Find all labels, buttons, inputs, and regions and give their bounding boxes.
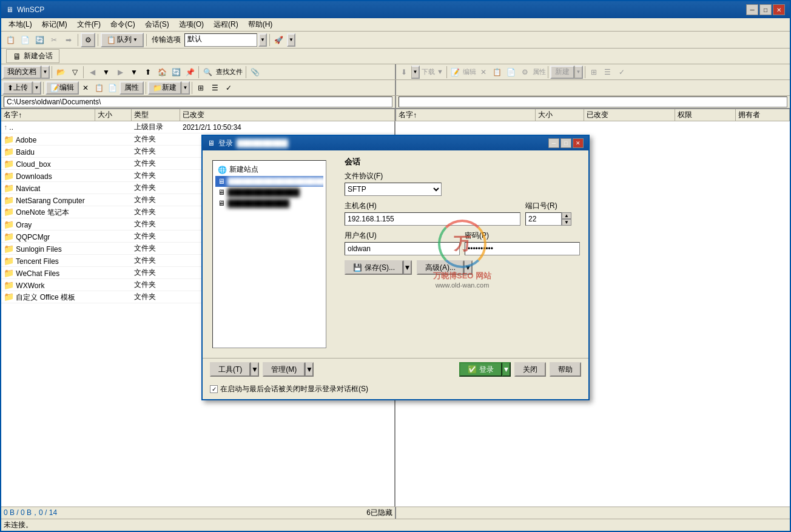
upload-dropdown[interactable]: ▼ [33,81,41,95]
port-input[interactable] [525,212,562,226]
new-session-icon: 🖥 [13,52,21,61]
left-path-input[interactable] [4,96,392,107]
right-col-date[interactable]: 已改变 [584,109,675,121]
tools-dropdown-btn[interactable]: ▼ [251,362,259,377]
dialog-close-btn[interactable]: ✕ [573,138,584,148]
edit-btn[interactable]: 📝编辑 [45,81,79,95]
session-name-2: ██████████████ [227,188,300,197]
session-section-label: 会话 [345,157,580,167]
left-parent-btn[interactable]: ⬆ [141,66,155,79]
minimize-button[interactable]: ─ [746,4,758,15]
login-button[interactable]: ✅ 登录 [459,362,502,377]
menu-command[interactable]: 命令(C) [106,18,140,31]
file-protocol-select[interactable]: SFTP [345,183,442,196]
save-dropdown-btn[interactable]: ▼ [403,260,412,275]
edit-close-btn[interactable]: ✕ [79,81,92,95]
table-row[interactable]: ↑ .. 上级目录 2021/2/1 10:50:34 [1,121,394,133]
transfer-dropdown-btn[interactable]: ▼ [258,33,267,47]
login-dropdown-btn[interactable]: ▼ [502,362,511,377]
rocket-dropdown-btn[interactable]: ▼ [287,33,295,47]
new-dropdown[interactable]: ▼ [181,81,190,95]
left-path-arrow[interactable]: ▼ [41,66,50,79]
new-btn[interactable]: 📁新建 [148,81,181,95]
left-fwd2-dropdown[interactable]: ▼ [127,66,141,79]
left-filter-btn[interactable]: ▽ [68,66,81,79]
left-find-btn[interactable]: 🔍 [201,66,214,79]
right-col-owner[interactable]: 拥有者 [736,109,790,121]
left-toggle-btn3[interactable]: ✓ [222,81,235,95]
menu-mark[interactable]: 标记(M) [37,18,72,31]
properties-btn[interactable]: 属性 [119,81,144,95]
username-col: 用户名(U) [345,231,460,255]
startup-checkbox-label: 在启动与最后会话被关闭时显示登录对话框(S) [220,384,368,394]
left-refresh-btn[interactable]: 🔄 [169,66,183,79]
help-button[interactable]: 帮助 [550,362,581,377]
maximize-button[interactable]: □ [759,4,772,15]
save-icon: 💾 [353,263,362,272]
transfer-options-select[interactable]: 默认 [184,33,257,47]
rocket-icon-btn[interactable]: 🚀 [272,33,286,47]
left-add-bookmark[interactable]: 📌 [183,66,197,79]
settings-button[interactable]: ⚙ [81,33,95,47]
toolbar-copy-btn[interactable]: 📋 [4,33,17,47]
toolbar-paste-btn[interactable]: 📄 [18,33,32,47]
new-session-label: 新建会话 [24,51,53,61]
edit-copy-btn[interactable]: 📋 [92,81,106,95]
right-path-input[interactable] [399,96,787,107]
left-root-btn[interactable]: 🏠 [155,66,169,79]
dialog-minimize-btn[interactable]: ─ [548,138,559,148]
left-col-type[interactable]: 类型 [132,109,180,121]
save-advanced-row: 💾 保存(S)... ▼ 高级(A)... ▼ [345,260,580,275]
port-up-btn[interactable]: ▲ [562,212,571,219]
menu-help[interactable]: 帮助(H) [243,18,278,31]
advanced-btn-group: 高级(A)... ▼ [417,260,473,275]
port-down-btn[interactable]: ▼ [562,219,571,226]
right-col-size[interactable]: 大小 [536,109,584,121]
dialog-maximize-btn[interactable]: □ [560,138,571,148]
left-path-dropdown[interactable]: 我的文档 [2,66,41,79]
left-toggle-btn2[interactable]: ☰ [208,81,221,95]
left-panel-toolbar: 我的文档 ▼ 📂 ▽ ◀ ▼ ▶ ▼ ⬆ 🏠 🔄 📌 🔍 查找文件 📎 [1,64,396,79]
menu-options[interactable]: 选项(O) [174,18,209,31]
manage-dropdown-btn[interactable]: ▼ [305,362,314,377]
close-button[interactable]: ✕ [773,4,785,15]
port-col: 端口号(R) ▲ ▼ [525,201,580,226]
upload-btn[interactable]: ⬆上传 [2,81,33,95]
left-col-name[interactable]: 名字 ↑ [1,109,95,121]
username-input[interactable] [345,242,460,255]
left-fwd-dropdown[interactable]: ▼ [99,66,113,79]
hostname-input[interactable] [345,212,520,226]
new-session-button[interactable]: 🖥 新建会话 [6,49,59,63]
right-col-perm[interactable]: 权限 [675,109,736,121]
edit-paste-btn[interactable]: 📄 [106,81,119,95]
menu-local[interactable]: 本地(L) [4,18,37,31]
advanced-button[interactable]: 高级(A)... [417,260,464,275]
left-col-size[interactable]: 大小 [95,109,132,121]
right-col-name[interactable]: 名字 ↑ [396,109,536,121]
queue-button[interactable]: 📋 队列 ▼ [101,33,144,47]
session-item-2[interactable]: 🖥 ██████████████ [215,187,323,198]
right-new-dropdown: ▼ [574,66,583,79]
menu-session[interactable]: 会话(S) [140,18,174,31]
startup-checkbox[interactable]: ✓ [210,385,218,393]
tools-button[interactable]: 工具(T) [210,362,251,377]
menu-file[interactable]: 文件(F) [72,18,106,31]
left-toggle-btn1[interactable]: ⊞ [194,81,207,95]
advanced-dropdown-btn[interactable]: ▼ [464,260,473,275]
left-col-date[interactable]: 已改变 [180,109,395,121]
menu-remote[interactable]: 远程(R) [209,18,243,31]
session-item-3[interactable]: 🖥 ████████████ [215,198,323,209]
dialog-title-host: ██████████ [237,139,288,147]
save-button[interactable]: 💾 保存(S)... [345,260,403,275]
password-input[interactable] [465,242,580,255]
session-item-1[interactable]: 🖥 ████████████████████ [215,176,323,187]
manage-button[interactable]: 管理(M) [263,362,305,377]
left-folder-open-btn[interactable]: 📂 [54,66,67,79]
close-dialog-button[interactable]: 关闭 [514,362,546,377]
right-new-btn: 新建 [550,66,574,79]
toolbar-sync-btn[interactable]: 🔄 [33,33,46,47]
right-status [396,507,790,519]
connection-status: 未连接。 [4,520,33,530]
session-item-new[interactable]: 🌐 新建站点 [215,163,323,176]
left-extra-btn[interactable]: 📎 [248,66,261,79]
